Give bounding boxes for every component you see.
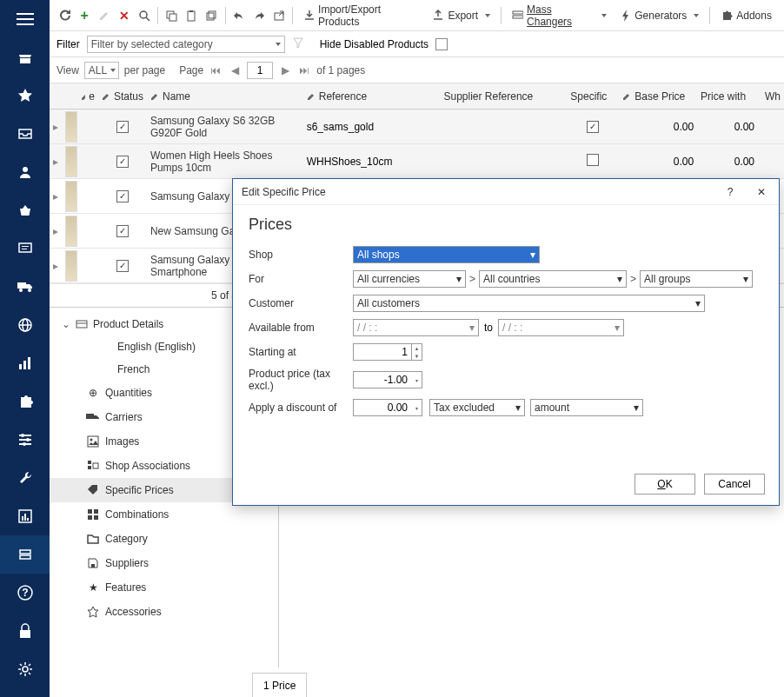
page-size-select[interactable]: ALL: [84, 62, 119, 79]
expand-icon[interactable]: ▸: [50, 190, 62, 202]
price-tab[interactable]: 1 Price: [252, 673, 307, 697]
ok-button[interactable]: OK: [635, 474, 695, 495]
search-icon[interactable]: [136, 7, 152, 24]
status-checkbox[interactable]: ✓: [116, 190, 129, 202]
status-checkbox[interactable]: ✓: [116, 156, 129, 168]
page-total: of 1 pages: [316, 64, 365, 76]
delete-icon[interactable]: ✕: [116, 7, 132, 24]
thumbnail: [65, 216, 77, 247]
group-select[interactable]: All groups▾: [640, 270, 753, 288]
filter-category-select[interactable]: Filter by selected category: [87, 36, 285, 53]
next-page-icon[interactable]: ▶: [278, 63, 292, 77]
dialog-body: Prices Shop All shops▾ For All currencie…: [233, 205, 779, 434]
svg-point-8: [19, 289, 23, 292]
chart-icon[interactable]: [0, 344, 50, 382]
specific-checkbox[interactable]: [587, 154, 599, 166]
status-checkbox[interactable]: ✓: [116, 260, 129, 272]
svg-rect-39: [513, 11, 523, 14]
basket-icon[interactable]: [0, 191, 50, 229]
inbox-icon[interactable]: [0, 115, 50, 153]
tree-features[interactable]: ★Features: [50, 575, 278, 600]
currency-select[interactable]: All currencies▾: [353, 270, 466, 288]
redo-icon[interactable]: [250, 7, 267, 24]
paste-icon[interactable]: [183, 7, 200, 24]
expand-icon[interactable]: ▸: [50, 156, 62, 168]
page-input[interactable]: [247, 62, 273, 79]
import-export-button[interactable]: Import/Export Products: [298, 2, 423, 30]
tree-category[interactable]: Category: [50, 527, 278, 551]
per-page-label: per page: [124, 64, 165, 76]
lock-icon[interactable]: [0, 612, 50, 650]
stats-icon[interactable]: [0, 497, 50, 535]
specific-checkbox[interactable]: ✓: [587, 121, 599, 133]
refresh-icon[interactable]: [56, 7, 73, 24]
edit-icon[interactable]: [96, 7, 113, 24]
discount-input[interactable]: 0.00▾: [353, 399, 422, 416]
copy-icon[interactable]: [163, 7, 180, 24]
amount-mode-select[interactable]: amount▾: [530, 399, 643, 416]
hamburger-icon[interactable]: [0, 0, 50, 38]
svg-rect-15: [28, 357, 30, 369]
user-icon[interactable]: [0, 153, 50, 191]
help-icon[interactable]: ?: [0, 574, 50, 612]
svg-rect-2: [17, 23, 34, 25]
expand-icon[interactable]: ▸: [50, 225, 62, 237]
truck-icon[interactable]: [0, 268, 50, 306]
prev-page-icon[interactable]: ◀: [228, 63, 242, 77]
date-from-input[interactable]: / / : :▾: [353, 319, 479, 336]
status-checkbox[interactable]: ✓: [116, 225, 129, 237]
tree-suppliers[interactable]: Suppliers: [50, 551, 278, 575]
table-row[interactable]: ▸✓Women High Heels Shoes Pumps 10cmWHHSh…: [50, 144, 784, 179]
first-page-icon[interactable]: ⏮: [209, 63, 223, 77]
svg-point-29: [23, 667, 28, 672]
cancel-button[interactable]: Cancel: [704, 474, 765, 495]
price: 0.00: [697, 156, 758, 168]
drawer-icon[interactable]: [0, 535, 50, 574]
arrow-2: >: [630, 273, 636, 285]
mass-changers-button[interactable]: Mass Changers: [507, 2, 612, 30]
svg-rect-50: [94, 509, 98, 514]
addons-button[interactable]: Addons: [715, 8, 777, 23]
svg-rect-24: [24, 514, 26, 521]
close-icon[interactable]: ✕: [753, 183, 770, 201]
duplicate-icon[interactable]: [203, 7, 220, 24]
import-export-label: Import/Export Products: [318, 3, 418, 28]
svg-point-9: [28, 289, 31, 292]
tax-mode-select[interactable]: Tax excluded▾: [429, 399, 525, 416]
export-button[interactable]: Export: [427, 8, 495, 23]
table-row[interactable]: ▸✓Samsung Galaxy S6 32GB G920F Golds6_sa…: [50, 110, 784, 144]
clear-filter-icon[interactable]: [292, 37, 304, 51]
help-button[interactable]: ?: [721, 183, 739, 201]
gear-icon[interactable]: [0, 650, 50, 688]
favorites-icon[interactable]: [0, 76, 50, 115]
starting-at-input[interactable]: 1▲▼: [353, 343, 422, 361]
shop-select[interactable]: All shops▾: [353, 246, 540, 263]
svg-rect-23: [22, 516, 23, 521]
puzzle-icon[interactable]: [0, 382, 50, 421]
main-sidebar: ?: [0, 0, 50, 697]
message-icon[interactable]: [0, 229, 50, 268]
svg-rect-34: [188, 11, 195, 21]
sliders-icon[interactable]: [0, 421, 50, 459]
product-ref: s6_sams_gold: [303, 121, 441, 133]
country-select[interactable]: All countries▾: [479, 270, 627, 288]
globe-icon[interactable]: [0, 306, 50, 344]
expand-icon[interactable]: ▸: [50, 121, 62, 133]
svg-rect-35: [189, 10, 193, 12]
undo-icon[interactable]: [231, 7, 248, 24]
last-page-icon[interactable]: ⏭: [297, 63, 311, 77]
tree-accessories[interactable]: Accessories: [50, 600, 278, 624]
shop-icon[interactable]: [0, 38, 50, 76]
add-icon[interactable]: +: [76, 7, 93, 24]
tree-combinations[interactable]: Combinations: [50, 502, 278, 527]
product-price-input[interactable]: -1.00▾: [353, 371, 422, 388]
filter-label: Filter: [56, 38, 80, 50]
expand-icon[interactable]: ▸: [50, 260, 62, 272]
hide-disabled-checkbox[interactable]: [435, 38, 448, 50]
wrench-icon[interactable]: [0, 459, 50, 497]
date-to-input[interactable]: / / : :▾: [498, 319, 624, 336]
external-icon[interactable]: [270, 7, 287, 24]
generators-button[interactable]: Generators: [615, 8, 704, 23]
status-checkbox[interactable]: ✓: [116, 121, 129, 133]
customer-select[interactable]: All customers▾: [353, 295, 705, 312]
